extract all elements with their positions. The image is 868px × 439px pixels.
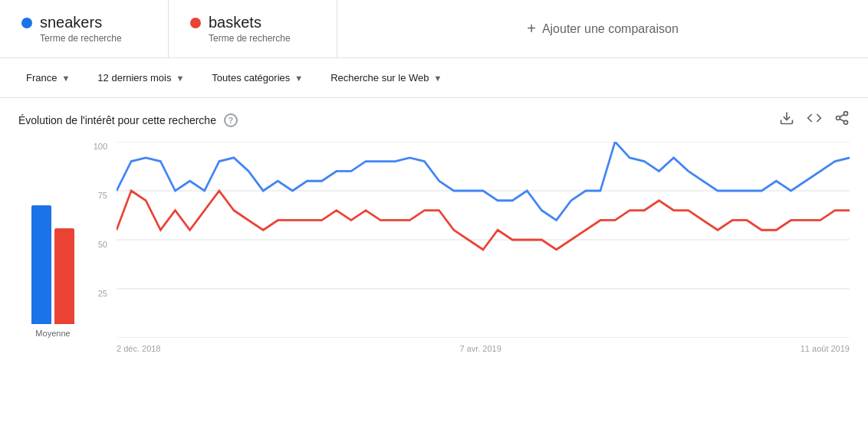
svg-point-2 bbox=[837, 116, 840, 120]
term2-name: baskets bbox=[209, 14, 261, 31]
average-bars bbox=[31, 171, 74, 324]
x-label-apr: 7 avr. 2019 bbox=[459, 344, 501, 353]
share-icon[interactable] bbox=[834, 110, 850, 129]
chart-title: Évolution de l'intérêt pour cette recher… bbox=[18, 114, 216, 126]
term1-label: Terme de recherche bbox=[40, 33, 146, 44]
term1-dot bbox=[21, 18, 32, 28]
info-icon[interactable]: ? bbox=[224, 113, 238, 127]
term2-label: Terme de recherche bbox=[209, 33, 315, 44]
period-label: 12 derniers mois bbox=[97, 72, 171, 84]
category-label: Toutes catégories bbox=[212, 72, 290, 84]
term1-container: sneakers Terme de recherche bbox=[0, 0, 169, 57]
svg-point-3 bbox=[844, 120, 848, 124]
line-chart-area: 100 75 50 25 bbox=[87, 142, 850, 356]
blue-line bbox=[117, 142, 850, 220]
country-label: France bbox=[26, 72, 57, 84]
x-axis: 2 déc. 2018 7 avr. 2019 11 août 2019 bbox=[117, 341, 850, 356]
add-comparison-label: Ajouter une comparaison bbox=[542, 22, 679, 36]
y-label-100: 100 bbox=[94, 142, 107, 151]
y-label-25: 25 bbox=[98, 289, 107, 298]
category-filter[interactable]: Toutes catégories ▼ bbox=[201, 66, 314, 90]
y-label-75: 75 bbox=[98, 191, 107, 200]
chart-actions bbox=[779, 110, 850, 129]
chart-header: Évolution de l'intérêt pour cette recher… bbox=[18, 110, 850, 129]
red-line bbox=[117, 191, 850, 250]
term1-name: sneakers bbox=[40, 14, 102, 31]
svg-line-5 bbox=[840, 114, 844, 116]
x-label-aug: 11 août 2019 bbox=[801, 344, 850, 353]
chart-section: Évolution de l'intérêt pour cette recher… bbox=[0, 98, 868, 362]
svg-line-4 bbox=[840, 119, 844, 121]
moyenne-label: Moyenne bbox=[35, 329, 70, 338]
plus-icon: + bbox=[527, 20, 536, 38]
embed-icon[interactable] bbox=[807, 110, 822, 129]
country-chevron-icon: ▼ bbox=[61, 74, 70, 83]
chart-inner bbox=[117, 142, 850, 338]
period-filter[interactable]: 12 derniers mois ▼ bbox=[87, 66, 195, 90]
x-label-dec: 2 déc. 2018 bbox=[117, 344, 161, 353]
term2-container: baskets Terme de recherche bbox=[169, 0, 337, 57]
search-type-label: Recherche sur le Web bbox=[330, 72, 429, 84]
period-chevron-icon: ▼ bbox=[176, 74, 184, 83]
add-comparison-button[interactable]: + Ajouter une comparaison bbox=[337, 0, 868, 57]
average-bar-section: Moyenne bbox=[18, 142, 87, 356]
chart-container: Moyenne 100 75 50 25 bbox=[18, 142, 850, 356]
header: sneakers Terme de recherche baskets Term… bbox=[0, 0, 868, 58]
country-filter[interactable]: France ▼ bbox=[15, 66, 81, 90]
average-bar-blue bbox=[31, 205, 51, 324]
svg-point-1 bbox=[844, 112, 848, 116]
filters-bar: France ▼ 12 derniers mois ▼ Toutes catég… bbox=[0, 58, 868, 98]
y-label-50: 50 bbox=[98, 240, 107, 249]
download-icon[interactable] bbox=[779, 110, 794, 129]
average-bar-red bbox=[54, 228, 74, 324]
y-axis: 100 75 50 25 bbox=[87, 142, 112, 338]
line-chart-svg bbox=[117, 142, 850, 338]
term2-dot bbox=[190, 18, 201, 28]
search-type-chevron-icon: ▼ bbox=[434, 74, 442, 83]
search-type-filter[interactable]: Recherche sur le Web ▼ bbox=[320, 66, 452, 90]
category-chevron-icon: ▼ bbox=[294, 74, 303, 83]
chart-title-row: Évolution de l'intérêt pour cette recher… bbox=[18, 113, 238, 127]
